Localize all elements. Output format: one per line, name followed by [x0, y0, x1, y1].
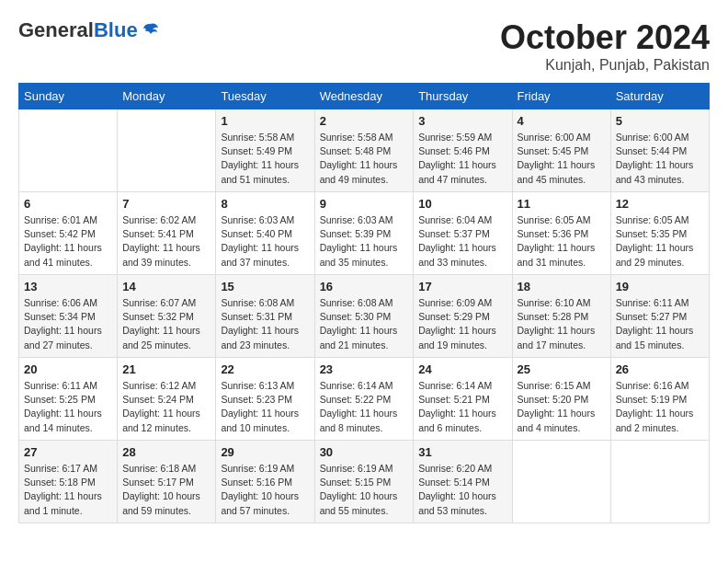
day-info: Sunrise: 6:13 AMSunset: 5:23 PMDaylight:… — [221, 379, 309, 435]
day-number: 29 — [221, 445, 309, 459]
day-number: 17 — [418, 280, 506, 293]
day-info: Sunrise: 6:03 AMSunset: 5:40 PMDaylight:… — [221, 213, 309, 270]
calendar-cell: 13Sunrise: 6:06 AMSunset: 5:34 PMDayligh… — [19, 275, 118, 358]
day-number: 19 — [616, 280, 704, 293]
day-info: Sunrise: 6:00 AMSunset: 5:45 PMDaylight:… — [518, 131, 606, 187]
day-number: 21 — [122, 362, 210, 376]
day-number: 16 — [320, 280, 409, 293]
day-info: Sunrise: 6:17 AMSunset: 5:18 PMDaylight:… — [24, 462, 112, 518]
day-number: 26 — [616, 362, 704, 376]
day-number: 3 — [418, 114, 506, 128]
day-info: Sunrise: 6:03 AMSunset: 5:39 PMDaylight:… — [320, 213, 409, 270]
calendar-cell: 16Sunrise: 6:08 AMSunset: 5:30 PMDayligh… — [314, 275, 414, 358]
calendar-cell: 27Sunrise: 6:17 AMSunset: 5:18 PMDayligh… — [19, 441, 118, 523]
column-header-monday: Monday — [118, 84, 216, 109]
day-number: 2 — [320, 114, 409, 128]
month-title: October 2024 — [500, 18, 710, 57]
day-info: Sunrise: 6:16 AMSunset: 5:19 PMDaylight:… — [616, 379, 704, 435]
day-number: 25 — [518, 362, 606, 376]
calendar-cell: 15Sunrise: 6:08 AMSunset: 5:31 PMDayligh… — [216, 275, 314, 358]
day-info: Sunrise: 6:11 AMSunset: 5:27 PMDaylight:… — [616, 296, 704, 352]
calendar-cell: 12Sunrise: 6:05 AMSunset: 5:35 PMDayligh… — [610, 192, 709, 275]
calendar-cell — [118, 109, 216, 192]
calendar-cell: 4Sunrise: 6:00 AMSunset: 5:45 PMDaylight… — [512, 109, 610, 192]
calendar-cell: 10Sunrise: 6:04 AMSunset: 5:37 PMDayligh… — [414, 192, 512, 275]
calendar-cell: 19Sunrise: 6:11 AMSunset: 5:27 PMDayligh… — [610, 275, 709, 358]
page-header: GeneralBlue October 2024 Kunjah, Punjab,… — [18, 18, 710, 74]
day-info: Sunrise: 6:19 AMSunset: 5:16 PMDaylight:… — [221, 462, 309, 518]
day-info: Sunrise: 6:15 AMSunset: 5:20 PMDaylight:… — [518, 379, 606, 435]
calendar-cell: 25Sunrise: 6:15 AMSunset: 5:20 PMDayligh… — [512, 358, 610, 441]
calendar-week-row: 27Sunrise: 6:17 AMSunset: 5:18 PMDayligh… — [19, 441, 710, 523]
day-number: 8 — [221, 197, 309, 211]
column-header-tuesday: Tuesday — [216, 84, 314, 109]
calendar-table: SundayMondayTuesdayWednesdayThursdayFrid… — [18, 83, 710, 523]
calendar-header-row: SundayMondayTuesdayWednesdayThursdayFrid… — [19, 84, 710, 109]
calendar-cell: 29Sunrise: 6:19 AMSunset: 5:16 PMDayligh… — [216, 441, 314, 523]
day-number: 14 — [122, 280, 210, 293]
calendar-cell: 7Sunrise: 6:02 AMSunset: 5:41 PMDaylight… — [118, 192, 216, 275]
calendar-cell: 1Sunrise: 5:58 AMSunset: 5:49 PMDaylight… — [216, 109, 314, 192]
calendar-week-row: 13Sunrise: 6:06 AMSunset: 5:34 PMDayligh… — [19, 275, 710, 358]
calendar-cell: 28Sunrise: 6:18 AMSunset: 5:17 PMDayligh… — [118, 441, 216, 523]
day-number: 1 — [221, 114, 309, 128]
day-info: Sunrise: 5:58 AMSunset: 5:48 PMDaylight:… — [320, 131, 409, 187]
day-number: 28 — [122, 445, 210, 459]
column-header-friday: Friday — [512, 84, 610, 109]
calendar-week-row: 1Sunrise: 5:58 AMSunset: 5:49 PMDaylight… — [19, 109, 710, 192]
day-info: Sunrise: 6:12 AMSunset: 5:24 PMDaylight:… — [122, 379, 210, 435]
calendar-week-row: 6Sunrise: 6:01 AMSunset: 5:42 PMDaylight… — [19, 192, 710, 275]
logo-bird-icon — [140, 20, 160, 40]
calendar-cell: 30Sunrise: 6:19 AMSunset: 5:15 PMDayligh… — [314, 441, 414, 523]
calendar-cell: 9Sunrise: 6:03 AMSunset: 5:39 PMDaylight… — [314, 192, 414, 275]
day-info: Sunrise: 6:00 AMSunset: 5:44 PMDaylight:… — [616, 131, 704, 187]
day-number: 23 — [320, 362, 409, 376]
day-number: 18 — [518, 280, 606, 293]
calendar-cell: 24Sunrise: 6:14 AMSunset: 5:21 PMDayligh… — [414, 358, 512, 441]
day-info: Sunrise: 5:58 AMSunset: 5:49 PMDaylight:… — [221, 131, 309, 187]
calendar-cell: 3Sunrise: 5:59 AMSunset: 5:46 PMDaylight… — [414, 109, 512, 192]
calendar-cell: 8Sunrise: 6:03 AMSunset: 5:40 PMDaylight… — [216, 192, 314, 275]
day-info: Sunrise: 6:04 AMSunset: 5:37 PMDaylight:… — [418, 213, 506, 270]
day-number: 12 — [616, 197, 704, 211]
calendar-cell: 18Sunrise: 6:10 AMSunset: 5:28 PMDayligh… — [512, 275, 610, 358]
logo: GeneralBlue — [18, 18, 160, 42]
day-info: Sunrise: 6:19 AMSunset: 5:15 PMDaylight:… — [320, 462, 409, 518]
day-number: 5 — [616, 114, 704, 128]
day-number: 10 — [418, 197, 506, 211]
day-number: 27 — [24, 445, 112, 459]
day-info: Sunrise: 6:11 AMSunset: 5:25 PMDaylight:… — [24, 379, 112, 435]
title-section: October 2024 Kunjah, Punjab, Pakistan — [500, 18, 710, 74]
calendar-cell — [19, 109, 118, 192]
calendar-cell: 20Sunrise: 6:11 AMSunset: 5:25 PMDayligh… — [19, 358, 118, 441]
calendar-week-row: 20Sunrise: 6:11 AMSunset: 5:25 PMDayligh… — [19, 358, 710, 441]
day-info: Sunrise: 6:06 AMSunset: 5:34 PMDaylight:… — [24, 296, 112, 352]
calendar-cell — [610, 441, 709, 523]
day-info: Sunrise: 6:08 AMSunset: 5:31 PMDaylight:… — [221, 296, 309, 352]
day-info: Sunrise: 6:05 AMSunset: 5:35 PMDaylight:… — [616, 213, 704, 270]
day-number: 15 — [221, 280, 309, 293]
day-info: Sunrise: 6:18 AMSunset: 5:17 PMDaylight:… — [122, 462, 210, 518]
day-number: 6 — [24, 197, 112, 211]
logo-general-text: GeneralBlue — [18, 18, 138, 42]
day-info: Sunrise: 6:01 AMSunset: 5:42 PMDaylight:… — [24, 213, 112, 270]
calendar-cell — [512, 441, 610, 523]
calendar-cell: 5Sunrise: 6:00 AMSunset: 5:44 PMDaylight… — [610, 109, 709, 192]
calendar-cell: 21Sunrise: 6:12 AMSunset: 5:24 PMDayligh… — [118, 358, 216, 441]
day-info: Sunrise: 6:20 AMSunset: 5:14 PMDaylight:… — [418, 462, 506, 518]
day-number: 7 — [122, 197, 210, 211]
column-header-wednesday: Wednesday — [314, 84, 414, 109]
calendar-cell: 26Sunrise: 6:16 AMSunset: 5:19 PMDayligh… — [610, 358, 709, 441]
calendar-cell: 31Sunrise: 6:20 AMSunset: 5:14 PMDayligh… — [414, 441, 512, 523]
day-info: Sunrise: 6:08 AMSunset: 5:30 PMDaylight:… — [320, 296, 409, 352]
day-number: 20 — [24, 362, 112, 376]
day-info: Sunrise: 6:14 AMSunset: 5:22 PMDaylight:… — [320, 379, 409, 435]
calendar-cell: 6Sunrise: 6:01 AMSunset: 5:42 PMDaylight… — [19, 192, 118, 275]
day-number: 24 — [418, 362, 506, 376]
day-number: 9 — [320, 197, 409, 211]
calendar-cell: 14Sunrise: 6:07 AMSunset: 5:32 PMDayligh… — [118, 275, 216, 358]
column-header-thursday: Thursday — [414, 84, 512, 109]
calendar-cell: 22Sunrise: 6:13 AMSunset: 5:23 PMDayligh… — [216, 358, 314, 441]
calendar-cell: 17Sunrise: 6:09 AMSunset: 5:29 PMDayligh… — [414, 275, 512, 358]
calendar-cell: 11Sunrise: 6:05 AMSunset: 5:36 PMDayligh… — [512, 192, 610, 275]
